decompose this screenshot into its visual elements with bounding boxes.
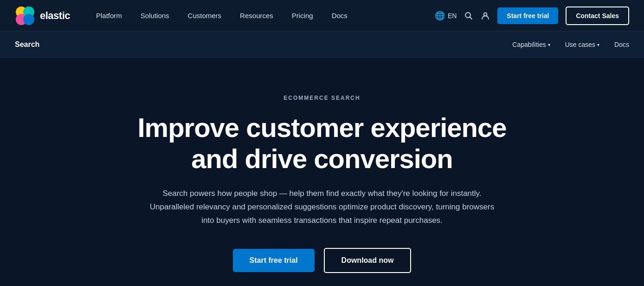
contact-sales-button-top[interactable]: Contact Sales [566,6,629,25]
secondary-nav-left: Search [15,40,512,49]
nav-item-docs[interactable]: Docs [324,8,355,23]
nav-item-resources[interactable]: Resources [232,8,281,23]
hero-headline: Improve customer experience and drive co… [113,112,531,174]
hero-eyebrow: ECOMMERCE SEARCH [283,95,360,101]
logo-text: elastic [40,10,70,22]
hero-description: Search powers how people shop — help the… [146,187,498,228]
secondary-nav-docs[interactable]: Docs [614,41,629,48]
chevron-down-icon: ▾ [597,42,599,47]
nav-item-customers[interactable]: Customers [180,8,229,23]
svg-line-5 [470,17,472,19]
elastic-logo-icon [15,6,35,26]
top-navigation: elastic Platform Solutions Customers Res… [0,0,644,32]
logo-link[interactable]: elastic [15,6,70,26]
hero-cta-buttons: Start free trial Download now [233,248,412,273]
account-icon[interactable] [481,11,490,20]
start-free-trial-button-hero[interactable]: Start free trial [233,249,315,272]
nav-item-solutions[interactable]: Solutions [133,8,177,23]
start-free-trial-button-top[interactable]: Start free trial [497,7,558,24]
main-nav-links: Platform Solutions Customers Resources P… [89,8,435,23]
secondary-navigation: Search Capabilities ▾ Use cases ▾ Docs [0,32,644,58]
nav-right-controls: 🌐 EN Start free trial Contact Sales [435,6,629,25]
globe-icon: 🌐 [435,11,445,21]
nav-item-pricing[interactable]: Pricing [284,8,321,23]
secondary-nav-right: Capabilities ▾ Use cases ▾ Docs [512,41,629,48]
secondary-nav-capabilities[interactable]: Capabilities ▾ [512,41,550,48]
svg-point-3 [23,14,34,25]
secondary-nav-use-cases[interactable]: Use cases ▾ [565,41,599,48]
secondary-nav-section-title[interactable]: Search [15,40,39,49]
language-selector[interactable]: 🌐 EN [435,11,457,21]
search-icon[interactable] [464,11,473,20]
chevron-down-icon: ▾ [548,42,550,47]
hero-section: ECOMMERCE SEARCH Improve customer experi… [0,58,644,286]
nav-item-platform[interactable]: Platform [89,8,129,23]
download-now-button-hero[interactable]: Download now [324,248,412,273]
lang-label: EN [448,12,457,20]
